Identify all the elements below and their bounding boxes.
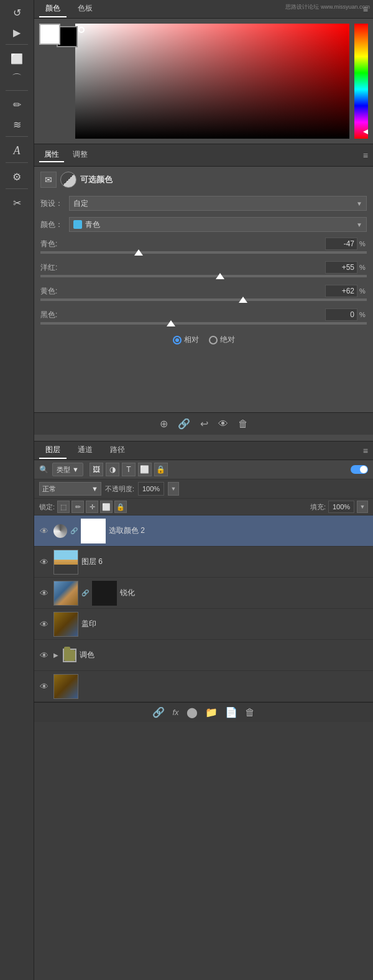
props-icon-trash[interactable]: 🗑 bbox=[238, 418, 248, 430]
blend-mode-select[interactable]: 正常 ▼ bbox=[39, 482, 101, 496]
layer-2-link: 🔗 bbox=[81, 587, 89, 599]
magenta-percent: % bbox=[359, 264, 367, 271]
lock-paint-btn[interactable]: ✏ bbox=[71, 501, 84, 513]
layer-item-0[interactable]: 👁 🔗 选取颜色 2 bbox=[34, 515, 373, 547]
preset-dropdown-arrow: ▼ bbox=[356, 200, 362, 207]
black-value-box[interactable]: 0 bbox=[325, 308, 357, 321]
tool-pen[interactable]: ⚙ bbox=[6, 167, 28, 186]
tool-crosshair[interactable]: ✂ bbox=[6, 193, 28, 212]
props-icon-cursor[interactable]: ⊕ bbox=[160, 418, 168, 430]
color-select-label: 颜色： bbox=[40, 220, 64, 230]
radio-relative[interactable]: 相对 bbox=[173, 335, 199, 345]
lock-artboard-btn[interactable]: ⬜ bbox=[100, 501, 113, 513]
layer-4-visibility[interactable]: 👁 bbox=[38, 649, 50, 662]
props-icon-eye[interactable]: 👁 bbox=[218, 418, 228, 430]
separator-4 bbox=[6, 162, 28, 165]
layers-menu-icon[interactable]: ≡ bbox=[363, 446, 368, 456]
tab-paths[interactable]: 路径 bbox=[104, 442, 131, 459]
layers-link-icon[interactable]: 🔗 bbox=[152, 706, 165, 718]
black-thumb[interactable] bbox=[167, 320, 175, 326]
layers-tabs: 图层 通道 路径 ≡ bbox=[34, 441, 373, 460]
yellow-track[interactable] bbox=[40, 298, 367, 301]
magenta-value-box[interactable]: +55 bbox=[325, 261, 357, 274]
filter-type-button[interactable]: 类型 ▼ bbox=[52, 463, 83, 476]
tab-color[interactable]: 颜色 bbox=[39, 1, 67, 17]
cyan-percent: % bbox=[359, 240, 367, 247]
color-panel-tabs: 颜色 色板 ≡ bbox=[34, 0, 373, 19]
fill-value-box[interactable]: 100% bbox=[328, 501, 354, 513]
yellow-thumb[interactable] bbox=[239, 297, 247, 303]
radio-relative-circle bbox=[173, 336, 182, 344]
filter-icon-shape[interactable]: ⬜ bbox=[138, 463, 152, 476]
properties-menu-icon[interactable]: ≡ bbox=[363, 150, 368, 160]
black-percent: % bbox=[359, 311, 367, 318]
layers-new-icon[interactable]: 📄 bbox=[225, 706, 237, 718]
opacity-value-box[interactable]: 100% bbox=[138, 482, 164, 496]
filter-icon-adjust[interactable]: ◑ bbox=[106, 463, 119, 476]
layer-item-5[interactable]: 👁 bbox=[34, 671, 373, 702]
cyan-value-box[interactable]: -47 bbox=[325, 238, 357, 250]
layer-0-visibility[interactable]: 👁 bbox=[38, 525, 50, 537]
layer-3-visibility[interactable]: 👁 bbox=[38, 618, 50, 631]
radio-relative-label: 相对 bbox=[184, 335, 199, 345]
tab-adjustments[interactable]: 调整 bbox=[68, 148, 93, 162]
layer-item-1[interactable]: 👁 图层 6 bbox=[34, 547, 373, 578]
layer-item-2[interactable]: 👁 🔗 锐化 bbox=[34, 578, 373, 609]
filter-icon-text[interactable]: T bbox=[122, 463, 136, 476]
opacity-dropdown[interactable]: ▼ bbox=[168, 482, 179, 496]
layer-2-visibility[interactable]: 👁 bbox=[38, 587, 50, 599]
lock-transparent-btn[interactable]: ⬚ bbox=[57, 501, 70, 513]
color-panel-menu-icon[interactable]: ≡ bbox=[363, 4, 368, 14]
radio-absolute-label: 绝对 bbox=[220, 335, 235, 345]
preset-dropdown[interactable]: 自定 ▼ bbox=[69, 196, 367, 211]
yellow-value-box[interactable]: +62 bbox=[325, 285, 357, 297]
color-dropdown[interactable]: 青色 ▼ bbox=[69, 217, 367, 232]
fill-dropdown[interactable]: ▼ bbox=[357, 501, 368, 513]
tab-layers[interactable]: 图层 bbox=[39, 442, 67, 459]
adj-icon-mask[interactable]: ✉ bbox=[40, 172, 57, 188]
radio-absolute[interactable]: 绝对 bbox=[209, 335, 235, 345]
layer-4-expand[interactable]: ▶ bbox=[53, 652, 58, 659]
layers-delete-icon[interactable]: 🗑 bbox=[245, 707, 255, 718]
adj-icon-circle[interactable] bbox=[60, 172, 76, 188]
layer-2-thumbnail bbox=[53, 581, 78, 606]
layer-5-visibility[interactable]: 👁 bbox=[38, 680, 50, 693]
filter-toggle[interactable] bbox=[351, 465, 368, 474]
lock-all-btn[interactable]: 🔒 bbox=[114, 501, 127, 513]
layer-1-visibility[interactable]: 👁 bbox=[38, 556, 50, 568]
tool-select-rect[interactable]: ⬜ bbox=[6, 49, 28, 68]
tab-channels[interactable]: 通道 bbox=[71, 442, 99, 459]
color-gradient-box[interactable] bbox=[75, 24, 349, 139]
props-icon-undo[interactable]: ↩ bbox=[200, 418, 208, 430]
black-track[interactable] bbox=[40, 322, 367, 325]
tool-play[interactable]: ▶ bbox=[6, 23, 28, 42]
lock-move-btn[interactable]: ✛ bbox=[86, 501, 98, 513]
layers-adj-icon[interactable]: ⬤ bbox=[186, 706, 198, 718]
tool-clone[interactable]: ≋ bbox=[6, 115, 28, 134]
yellow-slider-row: 黄色: +62 % bbox=[34, 282, 373, 306]
magenta-track[interactable] bbox=[40, 275, 367, 277]
adj-layer-label: 可选颜色 bbox=[80, 174, 113, 185]
search-icon: 🔍 bbox=[39, 465, 48, 474]
filter-icon-image[interactable]: 🖼 bbox=[90, 463, 103, 476]
layer-item-3[interactable]: 👁 盖印 bbox=[34, 609, 373, 640]
tool-text[interactable]: A bbox=[6, 141, 28, 160]
foreground-swatch[interactable] bbox=[39, 24, 60, 45]
separator-5 bbox=[6, 188, 28, 191]
props-icon-link[interactable]: 🔗 bbox=[178, 418, 190, 430]
tool-brush[interactable]: ✏ bbox=[6, 95, 28, 114]
tab-swatches[interactable]: 色板 bbox=[71, 1, 99, 17]
layers-group-icon[interactable]: 📁 bbox=[205, 706, 218, 718]
filter-icon-smart[interactable]: 🔒 bbox=[154, 463, 168, 476]
cyan-track[interactable] bbox=[40, 251, 367, 254]
layers-fx-icon[interactable]: fx bbox=[172, 708, 178, 717]
layer-item-4[interactable]: 👁 ▶ 调色 bbox=[34, 640, 373, 671]
cyan-thumb[interactable] bbox=[134, 249, 143, 256]
tool-lasso[interactable]: ⌒ bbox=[6, 69, 28, 88]
cyan-label: 青色: bbox=[40, 239, 325, 249]
color-swatches bbox=[39, 24, 70, 61]
hue-strip[interactable] bbox=[354, 24, 368, 139]
magenta-thumb[interactable] bbox=[216, 273, 224, 279]
tab-properties[interactable]: 属性 bbox=[39, 148, 64, 162]
tool-arrow[interactable]: ↺ bbox=[6, 3, 28, 22]
